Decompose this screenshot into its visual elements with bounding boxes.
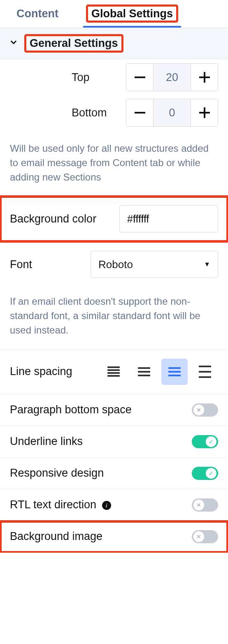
padding-bottom-label: Bottom [10,107,107,119]
underline-toggle[interactable]: ✓ [192,435,218,448]
padding-bottom-stepper [126,99,218,127]
tab-global-label: Global Settings [87,6,177,21]
responsive-row: Responsive design ✓ [0,458,228,489]
check-icon: ✓ [206,436,216,447]
padding-top-stepper [126,63,218,91]
underline-label: Underline links [10,435,192,448]
line-spacing-tight[interactable] [100,359,127,385]
padding-helper: Will be used only for all new structures… [0,134,228,196]
font-label: Font [10,258,91,271]
line-spacing-row: Line spacing [0,350,228,394]
padding-bottom-row: Bottom [10,99,218,127]
line-spacing-medium[interactable] [161,359,188,385]
padding-top-input[interactable] [154,64,191,91]
line-spacing-normal[interactable] [131,359,157,385]
rtl-toggle[interactable]: ✕ [192,498,218,512]
plus-button[interactable] [191,64,218,91]
minus-button[interactable] [126,64,154,91]
paragraph-bottom-row: Paragraph bottom space ✕ [0,394,228,426]
background-color-row: Background color [0,196,228,242]
bgcolor-label: Background color [10,213,119,225]
responsive-toggle[interactable]: ✓ [192,467,218,480]
rtl-label: RTL text direction i [10,498,192,511]
minus-icon [135,76,145,78]
plus-icon [199,107,210,118]
check-icon: ✓ [206,468,216,479]
padding-group: Top Bottom [0,59,228,127]
minus-button[interactable] [126,99,154,126]
line-spacing-loose[interactable] [192,359,218,385]
minus-icon [135,112,145,114]
x-icon: ✕ [193,531,204,542]
font-value: Roboto [98,258,133,271]
background-image-row: Background image ✕ [0,521,228,553]
info-icon[interactable]: i [102,501,111,510]
responsive-label: Responsive design [10,467,192,480]
para-bottom-label: Paragraph bottom space [10,403,192,416]
padding-bottom-input[interactable] [154,99,191,126]
bgimage-label: Background image [10,530,192,543]
chevron-down-icon [9,38,18,49]
x-icon: ✕ [193,500,204,510]
tab-content[interactable]: Content [12,0,63,28]
tab-global-settings[interactable]: Global Settings [83,0,181,28]
rtl-row: RTL text direction i ✕ [0,489,228,521]
bgcolor-input[interactable] [119,205,218,232]
font-select[interactable]: Roboto ▼ [91,251,218,278]
bgimage-toggle[interactable]: ✕ [192,530,218,543]
plus-button[interactable] [191,99,218,126]
padding-top-row: Top [10,63,218,91]
svg-rect-2 [204,72,205,83]
plus-icon [199,72,210,83]
para-bottom-toggle[interactable]: ✕ [192,403,218,417]
tabs: Content Global Settings [0,0,228,28]
svg-rect-5 [204,107,205,118]
underline-links-row: Underline links ✓ [0,426,228,458]
line-spacing-options [100,359,218,385]
padding-top-label: Top [10,71,90,84]
section-general-settings[interactable]: General Settings [0,28,228,59]
svg-rect-0 [135,76,145,78]
dropdown-icon: ▼ [204,261,210,268]
x-icon: ✕ [193,405,204,415]
font-helper: If an email client doesn't support the n… [0,287,228,349]
svg-rect-3 [135,112,145,114]
linespacing-label: Line spacing [10,365,100,378]
section-title: General Settings [26,35,122,51]
font-row: Font Roboto ▼ [0,242,228,287]
